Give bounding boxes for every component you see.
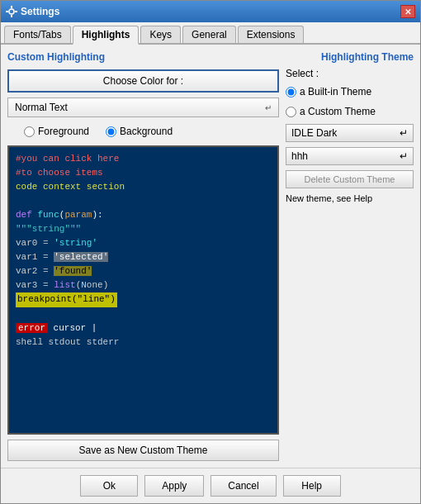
var1-assign: var1 = — [16, 252, 54, 262]
tab-fonts-tabs[interactable]: Fonts/Tabs — [4, 26, 71, 43]
tab-highlights[interactable]: Highlights — [73, 26, 140, 45]
save-custom-theme-button[interactable]: Save as New Custom Theme — [7, 440, 279, 461]
apply-button[interactable]: Apply — [144, 475, 204, 497]
settings-icon — [6, 6, 17, 17]
custom-theme-input[interactable]: hhh ↵ — [286, 147, 414, 165]
var1-val: 'selected' — [54, 252, 108, 262]
left-panel: Custom Highlighting Choose Color for : N… — [7, 51, 279, 461]
settings-window: Settings ✕ Fonts/Tabs Highlights Keys Ge… — [0, 0, 421, 504]
foreground-radio[interactable] — [24, 126, 35, 137]
code-line-7: var0 = 'string' — [16, 236, 271, 250]
code-line-6: """string""" — [16, 222, 271, 236]
svg-rect-1 — [11, 6, 12, 8]
code-line-11: breakpoint("line") — [16, 292, 271, 307]
window-title: Settings — [21, 6, 59, 17]
dropdown-arrow-icon: ↵ — [265, 103, 272, 112]
select-label: Select : — [286, 68, 414, 79]
background-radio-label[interactable]: Background — [106, 126, 173, 137]
code-line-14: shell stdout stderr — [16, 335, 271, 349]
cancel-button[interactable]: Cancel — [210, 475, 276, 497]
def-keyword: def — [16, 210, 37, 220]
bottom-bar: Ok Apply Cancel Help — [1, 468, 420, 503]
title-bar-left: Settings — [6, 6, 59, 17]
delete-custom-theme-button[interactable]: Delete Custom Theme — [286, 170, 414, 188]
main-content: Custom Highlighting Choose Color for : N… — [1, 45, 420, 468]
breakpoint-call: breakpoint("line") — [16, 292, 117, 307]
error-label: error — [16, 323, 48, 333]
var0-val: 'string' — [54, 238, 97, 248]
close-button[interactable]: ✕ — [400, 5, 415, 18]
tabs-bar: Fonts/Tabs Highlights Keys General Exten… — [1, 22, 420, 45]
var3-none: (None) — [76, 280, 109, 290]
code-line-5: def func(param): — [16, 208, 271, 222]
code-line-8: var1 = 'selected' — [16, 250, 271, 264]
code-line-9: var2 = 'found' — [16, 264, 271, 278]
tab-keys[interactable]: Keys — [140, 26, 181, 43]
new-theme-help-label: New theme, see Help — [286, 193, 414, 203]
code-line-1: #you can click here — [16, 152, 271, 166]
fg-bg-radio-group: Foreground Background — [7, 122, 279, 140]
code-line-4 — [16, 194, 271, 208]
highlighting-theme-title: Highlighting Theme — [286, 51, 414, 63]
svg-rect-2 — [11, 15, 12, 17]
custom-theme-radio-label[interactable]: a Custom Theme — [286, 106, 414, 117]
code-line-12 — [16, 307, 271, 321]
code-line-3: code context section — [16, 180, 271, 194]
ok-button[interactable]: Ok — [80, 475, 138, 497]
var2-val: 'found' — [54, 266, 92, 276]
var3-assign: var3 = — [16, 280, 54, 290]
right-panel: Highlighting Theme Select : a Built-in T… — [286, 51, 414, 461]
tab-extensions[interactable]: Extensions — [238, 26, 305, 43]
builtin-theme-label: a Built-in Theme — [300, 86, 371, 97]
code-line-2: #to choose items — [16, 166, 271, 180]
custom-theme-input-arrow-icon: ↵ — [400, 150, 408, 162]
choose-color-button[interactable]: Choose Color for : — [7, 69, 279, 93]
builtin-theme-radio-label[interactable]: a Built-in Theme — [286, 86, 414, 97]
foreground-label: Foreground — [38, 126, 89, 137]
custom-theme-label: a Custom Theme — [300, 106, 376, 117]
text-type-label: Normal Text — [15, 102, 68, 113]
docstring: """string""" — [16, 224, 81, 234]
code-preview[interactable]: #you can click here #to choose items cod… — [7, 145, 279, 435]
var2-assign: var2 = — [16, 266, 54, 276]
title-bar: Settings ✕ — [1, 1, 420, 22]
code-line-10: var3 = list(None) — [16, 278, 271, 292]
theme-dropdown-arrow-icon: ↵ — [400, 127, 408, 139]
theme-dropdown-value: IDLE Dark — [291, 127, 337, 139]
builtin-theme-radio[interactable] — [286, 87, 296, 97]
var3-list: list — [54, 280, 75, 290]
help-button[interactable]: Help — [283, 475, 341, 497]
svg-rect-4 — [15, 11, 17, 12]
svg-rect-3 — [6, 11, 8, 12]
text-type-dropdown[interactable]: Normal Text ↵ — [7, 97, 279, 117]
cursor-text: cursor | — [48, 323, 97, 333]
func-param: param — [64, 210, 92, 220]
custom-highlighting-title: Custom Highlighting — [7, 51, 279, 63]
tab-general[interactable]: General — [182, 26, 236, 43]
func-name: func — [37, 210, 59, 220]
theme-dropdown[interactable]: IDLE Dark ↵ — [286, 124, 414, 142]
custom-theme-radio[interactable] — [286, 107, 296, 117]
func-paren2: ): — [92, 210, 102, 220]
var0-assign: var0 = — [16, 238, 54, 248]
code-line-13: error cursor | — [16, 321, 271, 335]
svg-point-0 — [9, 9, 14, 14]
background-radio[interactable] — [106, 126, 116, 137]
custom-theme-input-value: hhh — [291, 150, 308, 162]
background-label: Background — [120, 126, 173, 137]
foreground-radio-label[interactable]: Foreground — [24, 126, 89, 137]
